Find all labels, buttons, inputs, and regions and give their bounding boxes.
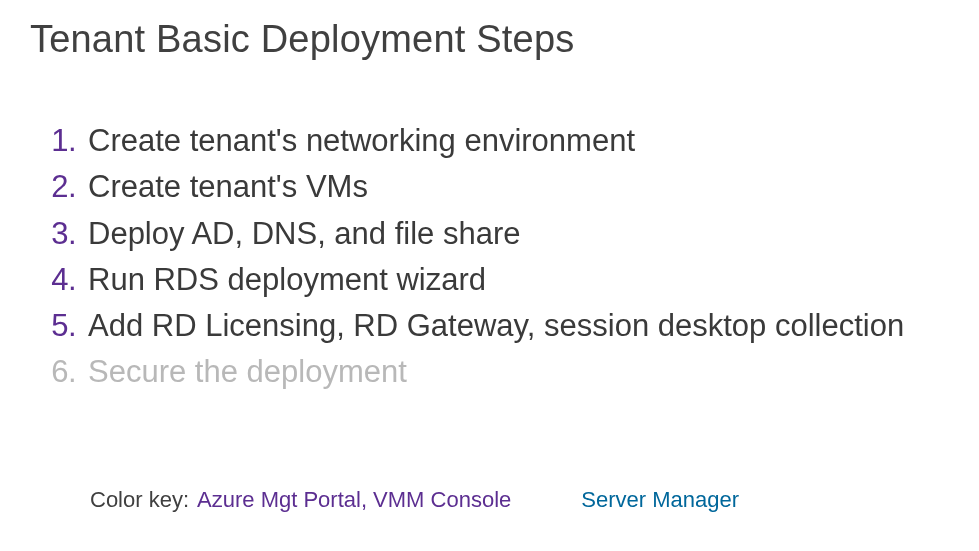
steps-list: 1. Create tenant's networking environmen… [30,121,949,393]
step-text: Deploy AD, DNS, and file share [88,214,949,254]
step-number: 2. [48,167,88,207]
step-item: 6. Secure the deployment [48,352,949,392]
step-number: 6. [48,352,88,392]
legend-purple-text: Azure Mgt Portal, VMM Console [197,487,511,513]
step-text: Create tenant's VMs [88,167,949,207]
step-item: 2. Create tenant's VMs [48,167,949,207]
legend-blue-text: Server Manager [581,487,739,513]
step-text: Add RD Licensing, RD Gateway, session de… [88,306,949,346]
step-item: 4. Run RDS deployment wizard [48,260,949,300]
step-text: Run RDS deployment wizard [88,260,949,300]
step-number: 1. [48,121,88,161]
step-item: 3. Deploy AD, DNS, and file share [48,214,949,254]
step-text: Secure the deployment [88,352,949,392]
step-text: Create tenant's networking environment [88,121,949,161]
step-number: 5. [48,306,88,346]
legend-label: Color key: [90,487,189,513]
step-item: 5. Add RD Licensing, RD Gateway, session… [48,306,949,346]
step-number: 4. [48,260,88,300]
legend-group-purple: Color key: Azure Mgt Portal, VMM Console [90,487,511,513]
step-number: 3. [48,214,88,254]
page-title: Tenant Basic Deployment Steps [30,18,949,61]
color-key-legend: Color key: Azure Mgt Portal, VMM Console… [90,487,739,513]
step-item: 1. Create tenant's networking environmen… [48,121,949,161]
